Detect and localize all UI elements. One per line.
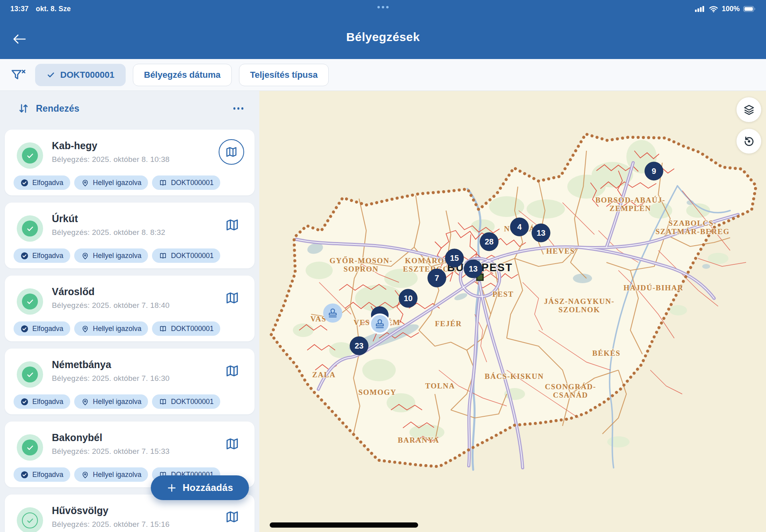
badge-label: Elfogadva — [32, 325, 63, 333]
show-on-map-button[interactable] — [223, 215, 242, 234]
status-check-badge — [17, 434, 43, 461]
show-on-map-button[interactable] — [219, 139, 244, 165]
cluster-count: 28 — [485, 237, 494, 246]
badge: DOKT000001 — [152, 394, 220, 409]
list-item[interactable]: VároslődBélyegzés: 2025. október 7. 18:4… — [5, 276, 255, 341]
item-timestamp: Bélyegzés: 2025. október 8. 8:32 — [52, 228, 165, 237]
app-screen: 13:37 okt. 8. Sze 100% — [0, 0, 766, 532]
stamp-marker[interactable] — [323, 303, 342, 323]
map-cluster[interactable]: 28 — [480, 233, 498, 251]
map-controls — [736, 97, 761, 154]
status-bar: 13:37 okt. 8. Sze 100% — [0, 0, 766, 18]
map-cluster[interactable]: 15 — [445, 249, 464, 267]
stamp-list: Kab-hegyBélyegzés: 2025. október 8. 10:3… — [5, 130, 255, 532]
map-cluster[interactable]: 23 — [350, 337, 368, 355]
cluster-count: 7 — [434, 274, 439, 282]
check-icon — [26, 225, 34, 233]
filter-chip[interactable]: DOKT000001 — [35, 64, 126, 86]
badge-row: ElfogadvaHellyel igazolvaDOKT000001 — [14, 394, 220, 409]
check-icon — [46, 70, 55, 79]
list-options-button[interactable] — [231, 105, 246, 112]
layers-button[interactable] — [736, 97, 761, 122]
show-on-map-button[interactable] — [223, 288, 242, 307]
show-on-map-button[interactable] — [223, 361, 242, 380]
item-timestamp: Bélyegzés: 2025. október 8. 10:38 — [52, 155, 170, 164]
map-cluster[interactable]: 7 — [428, 269, 446, 287]
badge: Elfogadva — [14, 248, 70, 263]
document-book-icon — [159, 325, 167, 333]
badge-row: ElfogadvaHellyel igazolvaDOKT000001 — [14, 248, 220, 263]
clear-filters-icon[interactable] — [10, 68, 27, 82]
list-item[interactable]: NémetbányaBélyegzés: 2025. október 7. 16… — [5, 349, 255, 414]
map-cluster[interactable]: 13 — [532, 224, 550, 242]
map-cluster[interactable]: 13 — [464, 260, 482, 278]
filter-chip-label: Bélyegzés dátuma — [144, 70, 221, 80]
page-title: Bélyegzések — [0, 30, 766, 44]
map-cluster[interactable]: 4 — [510, 218, 529, 236]
show-on-map-button[interactable] — [223, 507, 242, 526]
filter-chip-label: DOKT000001 — [60, 70, 115, 80]
document-book-icon — [159, 398, 167, 406]
location-pin-icon — [81, 398, 89, 406]
check-icon — [26, 370, 34, 379]
county-label: TOLNA — [425, 382, 455, 390]
badge-label: Elfogadva — [32, 252, 63, 260]
filter-chip[interactable]: Bélyegzés dátuma — [133, 64, 232, 86]
filter-chips: DOKT000001Bélyegzés dátumaTeljesítés típ… — [35, 64, 329, 86]
county-label: HAJDÚ-BIHAR — [624, 284, 684, 292]
status-check-badge — [17, 288, 43, 315]
badge-label: DOKT000001 — [171, 252, 213, 260]
check-icon — [26, 298, 34, 306]
list-item[interactable]: HűvösvölgyBélyegzés: 2025. október 7. 15… — [5, 495, 255, 532]
county-label: BARANYA — [398, 436, 439, 444]
status-check-badge — [17, 142, 43, 169]
filter-bar: DOKT000001Bélyegzés dátumaTeljesítés típ… — [0, 59, 766, 91]
sort-icon[interactable] — [18, 102, 30, 114]
location-pin-icon — [81, 252, 89, 260]
reset-view-button[interactable] — [736, 129, 761, 154]
stamp-marker[interactable] — [370, 314, 389, 333]
item-title: Bakonybél — [52, 432, 102, 443]
item-title: Úrkút — [52, 213, 78, 225]
list-item[interactable]: Kab-hegyBélyegzés: 2025. október 8. 10:3… — [5, 130, 255, 195]
filter-chip[interactable]: Teljesítés típusa — [239, 64, 329, 86]
badge: Hellyel igazolva — [74, 394, 148, 409]
reset-view-icon — [743, 135, 755, 148]
add-button[interactable]: Hozzáadás — [151, 475, 249, 500]
home-indicator[interactable] — [270, 522, 418, 528]
sort-label[interactable]: Rendezés — [36, 103, 79, 114]
status-check-badge — [17, 507, 43, 532]
list-item[interactable]: ÚrkútBélyegzés: 2025. október 8. 8:32Elf… — [5, 203, 255, 268]
accepted-check-icon — [20, 471, 29, 479]
check-icon — [26, 443, 34, 452]
map-cluster[interactable]: 9 — [645, 162, 663, 180]
badge: DOKT000001 — [152, 321, 220, 336]
status-date: okt. 8. Sze — [36, 5, 71, 13]
badge-label: Hellyel igazolva — [93, 325, 142, 333]
badge: Hellyel igazolva — [74, 175, 148, 190]
badge-label: Hellyel igazolva — [93, 398, 142, 406]
map-icon — [225, 510, 239, 524]
badge-label: DOKT000001 — [171, 179, 213, 187]
item-timestamp: Bélyegzés: 2025. október 7. 15:16 — [52, 520, 170, 529]
item-timestamp: Bélyegzés: 2025. október 7. 15:33 — [52, 447, 170, 456]
content: Rendezés Kab-hegyBélyegzés: 2025. októbe… — [0, 91, 766, 532]
status-check-badge — [17, 361, 43, 388]
show-on-map-button[interactable] — [223, 434, 242, 453]
cluster-count: 13 — [537, 229, 545, 237]
county-label: SOMOGY — [358, 388, 397, 396]
cluster-count: 4 — [517, 223, 522, 231]
cluster-count: 9 — [651, 167, 656, 175]
item-title: Kab-hegy — [52, 140, 97, 152]
accepted-check-icon — [20, 252, 29, 260]
battery-icon — [743, 6, 756, 12]
county-label: PEST — [492, 290, 514, 298]
badge-label: Elfogadva — [32, 398, 63, 406]
document-book-icon — [159, 252, 167, 260]
badge: Hellyel igazolva — [74, 321, 148, 336]
badge: DOKT000001 — [152, 248, 220, 263]
hungary-map[interactable]: GYŐR-MOSON-SOPRONKOMÁROM-ESZTERGOMVASVES… — [259, 91, 766, 532]
map-cluster[interactable]: 10 — [399, 289, 417, 307]
check-icon — [26, 516, 34, 525]
multitasking-dots-icon — [377, 6, 389, 8]
